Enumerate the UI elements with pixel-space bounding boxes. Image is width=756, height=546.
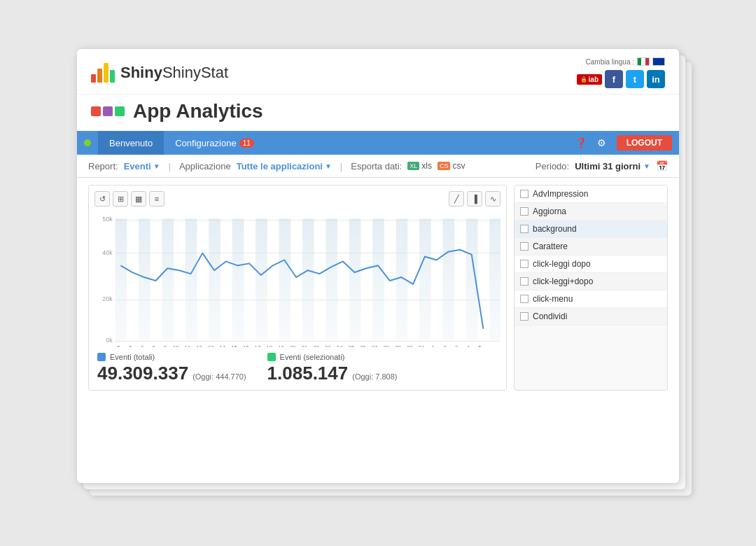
event-checkbox[interactable] [520, 242, 528, 251]
svg-text:50k: 50k [102, 216, 113, 223]
svg-text:2: 2 [443, 344, 446, 347]
chart-svg: 50k 40k 20k 0k [94, 211, 500, 347]
line-chart-button[interactable]: ╱ [449, 191, 464, 206]
svg-text:7: 7 [141, 344, 144, 347]
report-select[interactable]: Eventi ▼ [124, 161, 160, 172]
svg-text:6: 6 [129, 344, 132, 347]
page-title: App Analytics [133, 100, 263, 122]
area-chart-button[interactable]: ∿ [485, 191, 500, 206]
svg-rect-19 [372, 218, 384, 341]
app-icon [91, 106, 125, 116]
linkedin-button[interactable]: in [647, 70, 665, 88]
legend-total: Eventi (totali) 49.309.337 (Oggi: 444.77… [97, 353, 246, 384]
flag-it[interactable] [637, 57, 650, 66]
status-dot [84, 139, 91, 146]
flag-uk[interactable] [652, 57, 665, 66]
config-badge: 11 [239, 139, 254, 148]
legend-total-value: 49.309.337 [97, 363, 188, 384]
svg-text:22: 22 [313, 344, 319, 347]
event-checkbox[interactable] [520, 207, 528, 216]
event-item[interactable]: Carattere [514, 238, 667, 255]
legend-selected-label: Eventi (selezionati) [280, 353, 345, 361]
export-label: Esporta dati: [351, 161, 402, 172]
iab-label: iab [589, 76, 598, 83]
export-xls-button[interactable]: XL xls [407, 161, 432, 171]
nav-configurazione[interactable]: Configurazione 11 [164, 131, 265, 155]
svg-text:5: 5 [117, 344, 120, 347]
nav-benvenuto[interactable]: Benvenuto [98, 131, 164, 155]
svg-rect-18 [349, 218, 361, 341]
svg-rect-11 [186, 218, 197, 341]
svg-text:10: 10 [173, 344, 179, 347]
svg-text:8: 8 [152, 344, 155, 347]
facebook-button[interactable]: f [605, 70, 623, 88]
chart-toolbar: ↺ ⊞ ▦ ≡ ╱ ▐ ∿ [94, 191, 500, 206]
chart-tools-right: ╱ ▐ ∿ [449, 191, 500, 206]
svg-text:30: 30 [407, 344, 413, 347]
table-view-button[interactable]: ⊞ [113, 191, 128, 206]
export-csv-button[interactable]: CS csv [438, 161, 465, 171]
svg-text:0k: 0k [106, 337, 113, 344]
settings-button[interactable]: ⚙ [592, 132, 612, 153]
svg-rect-24 [489, 218, 500, 341]
svg-rect-15 [279, 218, 290, 341]
period-select[interactable]: Ultimi 31 giorni ▼ [575, 161, 650, 172]
events-list[interactable]: AdvImpressionAggiornabackgroundCarattere… [514, 186, 667, 340]
event-item[interactable]: background [514, 220, 667, 238]
event-item[interactable]: click-menu [514, 290, 667, 308]
period-label: Periodo: [536, 161, 569, 172]
app-icon-purple [103, 106, 113, 116]
svg-text:20: 20 [290, 344, 296, 347]
svg-text:23: 23 [325, 344, 331, 347]
legend-selected-value: 1.085.147 [267, 363, 349, 384]
chart-panel: ↺ ⊞ ▦ ≡ ╱ ▐ ∿ [88, 185, 507, 391]
svg-text:20k: 20k [102, 295, 113, 302]
event-checkbox[interactable] [520, 190, 528, 198]
period-arrow: ▼ [643, 162, 650, 170]
event-label: Condividi [533, 312, 567, 321]
svg-rect-10 [162, 218, 174, 341]
calendar-icon[interactable]: 📅 [656, 160, 668, 172]
svg-text:13: 13 [208, 344, 214, 347]
grid-view-button[interactable]: ▦ [131, 191, 146, 206]
list-view-button[interactable]: ≡ [149, 191, 164, 206]
svg-text:26: 26 [360, 344, 366, 347]
logout-button[interactable]: LOGOUT [617, 135, 672, 150]
header-right: Cambia lingua : 🔒 iab f t in [577, 57, 665, 88]
event-item[interactable]: click-leggi dopo [514, 255, 667, 273]
app-title-bar: App Analytics [77, 94, 679, 131]
chart-container: ↺ ⊞ ▦ ≡ ╱ ▐ ∿ [77, 178, 679, 398]
svg-text:5: 5 [478, 344, 482, 347]
svg-text:24: 24 [337, 344, 343, 347]
report-label: Report: [88, 161, 118, 172]
event-label: click-leggi dopo [533, 259, 591, 269]
event-checkbox[interactable] [520, 260, 528, 268]
toolbar: Report: Eventi ▼ | Applicazione Tutte le… [77, 155, 679, 178]
event-checkbox[interactable] [520, 225, 528, 233]
svg-text:14: 14 [219, 344, 225, 347]
app-select[interactable]: Tutte le applicazioni ▼ [237, 161, 332, 172]
report-arrow: ▼ [153, 162, 160, 170]
svg-text:15: 15 [231, 344, 237, 347]
svg-text:21: 21 [301, 344, 307, 347]
svg-text:1: 1 [431, 344, 434, 347]
event-checkbox[interactable] [520, 277, 528, 286]
app-icon-green [115, 106, 125, 116]
help-button[interactable]: ❓ [570, 132, 592, 153]
twitter-button[interactable]: t [626, 70, 644, 88]
svg-text:9: 9 [164, 344, 167, 347]
event-checkbox[interactable] [520, 312, 528, 321]
svg-text:28: 28 [383, 344, 389, 347]
event-item[interactable]: Aggiorna [514, 203, 667, 220]
event-checkbox[interactable] [520, 295, 528, 303]
bar-chart-button[interactable]: ▐ [467, 191, 482, 206]
xls-icon: XL [407, 162, 419, 170]
event-item[interactable]: Condividi [514, 308, 667, 326]
refresh-button[interactable]: ↺ [94, 191, 110, 206]
csv-icon: CS [438, 162, 451, 170]
event-item[interactable]: AdvImpression [514, 186, 667, 203]
svg-text:25: 25 [348, 344, 354, 347]
svg-text:29: 29 [395, 344, 401, 347]
event-item[interactable]: click-leggi+dopo [514, 273, 667, 290]
app-arrow: ▼ [325, 162, 332, 170]
